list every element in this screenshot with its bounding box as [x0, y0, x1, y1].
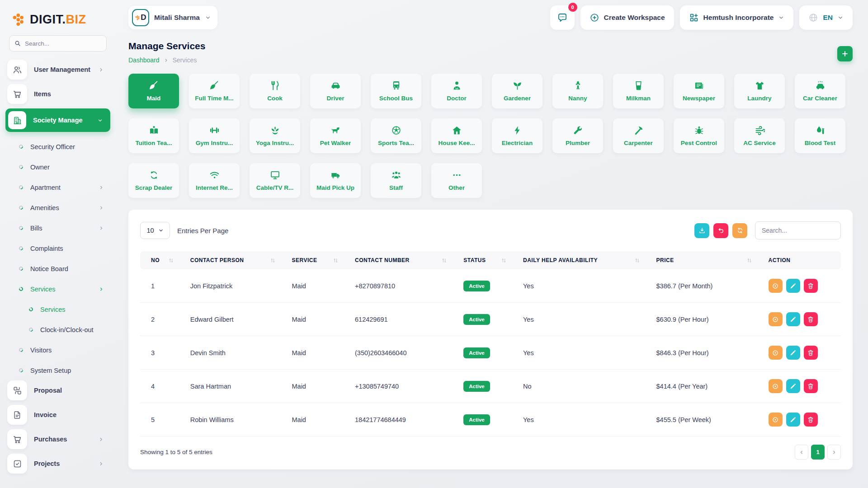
page-1-button[interactable]: 1	[811, 445, 825, 460]
service-tile-school-bus[interactable]: School Bus	[371, 74, 421, 108]
service-tile-nanny[interactable]: Nanny	[552, 74, 603, 108]
sidebar-item-invoice[interactable]: Invoice	[0, 405, 116, 425]
sidebar-item-user-management[interactable]: User Management	[0, 60, 116, 80]
sidebar-search-input[interactable]	[25, 40, 102, 47]
company-menu[interactable]: Hemtush Incorporate	[680, 5, 794, 30]
cell-no: 5	[140, 403, 186, 436]
edit-button[interactable]	[786, 379, 800, 393]
sidebar-item-items[interactable]: Items	[0, 84, 116, 104]
service-tile-doctor[interactable]: Doctor	[431, 74, 482, 108]
prev-page-button[interactable]	[795, 445, 808, 460]
edit-button[interactable]	[786, 413, 800, 427]
view-button[interactable]	[769, 379, 783, 393]
view-button[interactable]	[769, 346, 783, 360]
app-root: DIGIT.BIZ User ManagementItemsSociety Ma…	[0, 0, 868, 488]
service-tile-laundry[interactable]: Laundry	[734, 74, 785, 108]
service-tile-blood-test[interactable]: Blood Test	[795, 118, 845, 153]
service-tile-scrap-dealer[interactable]: Scrap Dealer	[128, 163, 179, 198]
next-page-button[interactable]	[827, 445, 841, 460]
delete-button[interactable]	[804, 346, 818, 360]
column-header-contact-person[interactable]: CONTACT PERSON	[186, 251, 288, 269]
service-tile-cook[interactable]: Cook	[250, 74, 300, 108]
sidebar-item-notice-board[interactable]: Notice Board	[0, 258, 116, 279]
sidebar-item-system-setup[interactable]: System Setup	[0, 360, 116, 380]
entries-per-page-select[interactable]: 10	[140, 222, 170, 239]
table-search-input[interactable]	[755, 221, 841, 239]
service-tile-maid-pick-up[interactable]: Maid Pick Up	[310, 163, 361, 198]
service-tile-tuition-tea[interactable]: Tuition Tea...	[128, 118, 179, 153]
service-tile-plumber[interactable]: Plumber	[552, 118, 603, 153]
view-button[interactable]	[769, 279, 783, 293]
service-tile-internet-re[interactable]: Internet Re...	[189, 163, 240, 198]
service-tile-milkman[interactable]: Milkman	[613, 74, 664, 108]
service-tile-gym-instru[interactable]: Gym Instru...	[189, 118, 240, 153]
export-download-button[interactable]	[694, 223, 709, 238]
sidebar-item-security-officer[interactable]: Security Officer	[0, 136, 116, 157]
service-tile-label: Driver	[326, 95, 344, 102]
chat-button[interactable]: 0	[550, 5, 575, 30]
service-tile-maid[interactable]: Maid	[128, 74, 179, 108]
book-reader-icon	[149, 125, 159, 136]
sidebar-item-society-manage[interactable]: Society Manage	[5, 108, 110, 132]
service-tile-electrician[interactable]: Electrician	[492, 118, 542, 153]
brand-logo[interactable]: DIGIT.BIZ	[0, 8, 116, 27]
sidebar-item-amenities[interactable]: Amenities	[0, 197, 116, 218]
sidebar-item-complaints[interactable]: Complaints	[0, 238, 116, 258]
service-tile-label: Gym Instru...	[196, 140, 233, 146]
create-workspace-button[interactable]: Create Workspace	[580, 5, 674, 30]
bullet-icon	[18, 245, 24, 251]
column-header-status[interactable]: STATUS	[459, 251, 519, 269]
column-header-daily-help-availability[interactable]: DAILY HELP AVAILABILITY	[519, 251, 652, 269]
refresh-button[interactable]	[732, 223, 747, 238]
search-icon	[14, 40, 21, 47]
sidebar-item-apartment[interactable]: Apartment	[0, 177, 116, 197]
sidebar-item-clock-in-clock-out[interactable]: Clock-in/Clock-out	[0, 319, 116, 340]
service-tile-pet-walker[interactable]: Pet Walker	[310, 118, 361, 153]
service-tile-staff[interactable]: Staff	[371, 163, 421, 198]
service-tile-full-time-m[interactable]: Full Time M...	[189, 74, 240, 108]
sidebar-item-purchases[interactable]: Purchases	[0, 429, 116, 449]
sidebar-item-owner[interactable]: Owner	[0, 157, 116, 177]
column-header-contact-number[interactable]: CONTACT NUMBER	[350, 251, 459, 269]
sidebar-item-services[interactable]: Services	[0, 299, 116, 319]
service-tile-cable-tv-r[interactable]: Cable/TV R...	[250, 163, 300, 198]
sidebar-item-projects[interactable]: Projects	[0, 454, 116, 474]
column-header-no[interactable]: NO	[140, 251, 186, 269]
service-tile-yoga-instru[interactable]: Yoga Instru...	[250, 118, 300, 153]
main-area: D Mitali Sharma 0 Create Workspace Hemtu…	[116, 0, 868, 488]
house-icon	[452, 125, 462, 136]
edit-button[interactable]	[786, 312, 800, 326]
delete-button[interactable]	[804, 312, 818, 326]
sidebar-search[interactable]	[9, 35, 107, 52]
delete-button[interactable]	[804, 379, 818, 393]
view-button[interactable]	[769, 312, 783, 326]
sidebar-item-proposal[interactable]: Proposal	[0, 380, 116, 400]
delete-button[interactable]	[804, 279, 818, 293]
edit-button[interactable]	[786, 279, 800, 293]
breadcrumb-dashboard[interactable]: Dashboard	[128, 56, 160, 64]
view-button[interactable]	[769, 413, 783, 427]
service-tile-driver[interactable]: Driver	[310, 74, 361, 108]
cell-daily-help: Yes	[519, 336, 652, 370]
service-tile-gardener[interactable]: Gardener	[492, 74, 542, 108]
service-tile-sports-tea[interactable]: Sports Tea...	[371, 118, 421, 153]
service-tile-newspaper[interactable]: Newspaper	[674, 74, 724, 108]
column-header-service[interactable]: SERVICE	[288, 251, 351, 269]
service-tile-ac-service[interactable]: AC Service	[734, 118, 785, 153]
service-tile-house-kee[interactable]: House Kee...	[431, 118, 482, 153]
service-tile-other[interactable]: Other	[431, 163, 482, 198]
undo-button[interactable]	[713, 223, 728, 238]
language-menu[interactable]: EN	[799, 5, 853, 30]
service-tile-carpenter[interactable]: Carpenter	[613, 118, 664, 153]
add-service-button[interactable]	[837, 46, 853, 61]
sidebar-item-visitors[interactable]: Visitors	[0, 340, 116, 360]
sidebar-item-services[interactable]: Services	[0, 279, 116, 299]
edit-button[interactable]	[786, 346, 800, 360]
sidebar-item-bills[interactable]: Bills	[0, 218, 116, 238]
column-header-price[interactable]: PRICE	[652, 251, 764, 269]
delete-button[interactable]	[804, 413, 818, 427]
service-tile-car-cleaner[interactable]: Car Cleaner	[795, 74, 845, 108]
user-menu[interactable]: D Mitali Sharma	[128, 6, 217, 29]
service-tile-pest-control[interactable]: Pest Control	[674, 118, 724, 153]
service-tile-label: Car Cleaner	[803, 95, 837, 102]
